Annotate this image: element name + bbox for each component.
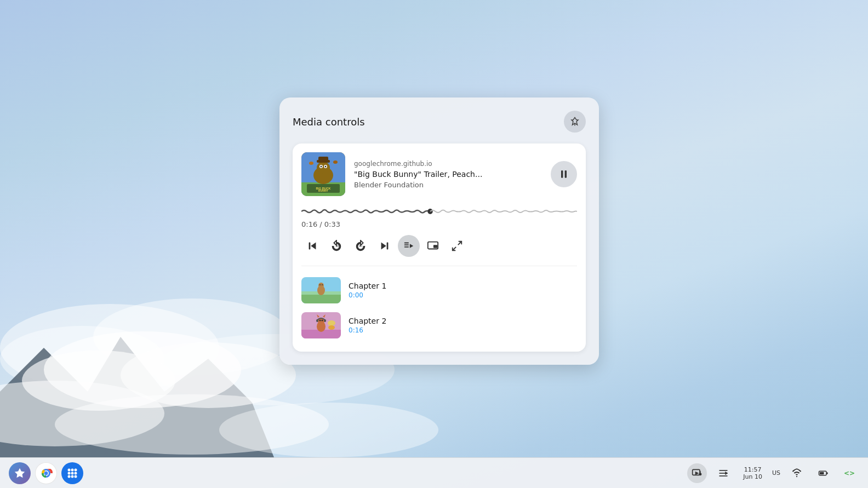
region-text: US xyxy=(772,469,780,476)
svg-rect-86 xyxy=(820,472,824,474)
controls-row: 10 10 xyxy=(301,235,577,257)
skip-to-start-button[interactable] xyxy=(301,235,323,257)
playlist-button[interactable] xyxy=(398,235,420,257)
media-card: BIG BUCK BUNNY googlechrome.github.io "B… xyxy=(293,143,586,352)
chapter-list: Chapter 1 0:00 xyxy=(301,266,577,343)
svg-marker-77 xyxy=(695,471,699,475)
progress-container[interactable]: 0:16 / 0:33 xyxy=(301,205,577,228)
svg-point-15 xyxy=(317,162,330,174)
chapter-1-time: 0:00 xyxy=(349,291,577,299)
pin-button[interactable] xyxy=(564,111,586,133)
time-display: 0:16 / 0:33 xyxy=(301,220,577,228)
next-button[interactable] xyxy=(374,235,396,257)
svg-point-71 xyxy=(71,472,74,474)
battery-icon[interactable] xyxy=(813,463,833,483)
media-thumbnail: BIG BUCK BUNNY xyxy=(301,152,345,196)
dev-icon-text: <> xyxy=(844,469,855,477)
chapter-2-image xyxy=(301,312,341,338)
skip-start-icon xyxy=(306,240,318,252)
chapter-1-image xyxy=(301,277,341,303)
media-info-row: BIG BUCK BUNNY googlechrome.github.io "B… xyxy=(301,152,577,196)
svg-rect-31 xyxy=(309,243,311,250)
assistant-app-icon[interactable] xyxy=(9,462,31,484)
media-source: googlechrome.github.io xyxy=(354,160,542,168)
forward-10-button[interactable]: 10 xyxy=(350,235,372,257)
battery-level-icon xyxy=(818,468,828,478)
pip-button[interactable] xyxy=(422,235,444,257)
svg-point-49 xyxy=(319,284,321,285)
media-artist: Blender Foundation xyxy=(354,181,542,189)
svg-text:10: 10 xyxy=(359,244,362,248)
chrome-app-icon[interactable] xyxy=(35,462,57,484)
pause-button[interactable] xyxy=(551,161,577,187)
svg-point-25 xyxy=(309,162,313,165)
developer-mode-icon[interactable]: <> xyxy=(840,463,859,483)
svg-line-42 xyxy=(458,242,461,245)
svg-marker-34 xyxy=(381,243,386,250)
svg-line-43 xyxy=(453,247,456,250)
chapter-1-info: Chapter 1 0:00 xyxy=(349,282,577,299)
svg-rect-57 xyxy=(316,319,318,322)
svg-point-70 xyxy=(68,472,71,474)
media-panel-title: Media controls xyxy=(293,116,365,128)
assistant-icon xyxy=(14,467,26,479)
launcher-app-icon[interactable] xyxy=(61,462,83,484)
pause-icon xyxy=(558,169,569,180)
pip-icon xyxy=(427,240,439,252)
svg-text:10: 10 xyxy=(335,244,339,248)
svg-point-10 xyxy=(219,403,438,457)
svg-rect-38 xyxy=(404,246,409,248)
svg-point-84 xyxy=(796,475,797,476)
date-time-display[interactable]: 11:57 Jun 10 xyxy=(740,465,766,481)
svg-marker-63 xyxy=(15,468,25,477)
svg-rect-37 xyxy=(404,244,409,245)
taskbar: 11:57 Jun 10 US xyxy=(0,457,868,488)
svg-point-66 xyxy=(44,471,48,475)
fullscreen-icon xyxy=(451,240,463,252)
notifications-icon xyxy=(718,468,729,479)
grid-icon xyxy=(67,468,78,479)
svg-marker-30 xyxy=(311,243,316,250)
media-panel-header: Media controls xyxy=(293,111,586,133)
taskbar-right: 11:57 Jun 10 US xyxy=(687,463,859,483)
region-indicator: US xyxy=(772,469,780,476)
pin-icon xyxy=(570,117,580,127)
playlist-icon xyxy=(403,240,415,252)
svg-point-26 xyxy=(333,160,338,164)
chapter-1-item[interactable]: Chapter 1 0:00 xyxy=(301,273,577,308)
rewind-icon: 10 xyxy=(330,240,342,252)
taskbar-left xyxy=(9,462,83,484)
svg-rect-21 xyxy=(318,157,328,161)
svg-text:BUNNY: BUNNY xyxy=(318,189,328,192)
rewind-10-button[interactable]: 10 xyxy=(326,235,347,257)
svg-point-62 xyxy=(322,320,323,321)
chapter-2-thumbnail xyxy=(301,312,341,338)
chapter-2-time: 0:16 xyxy=(349,326,577,334)
waveform xyxy=(301,205,577,218)
svg-point-74 xyxy=(71,475,74,478)
media-controls-tray-icon[interactable] xyxy=(687,463,707,483)
svg-point-75 xyxy=(75,475,77,478)
svg-rect-36 xyxy=(404,243,409,244)
svg-rect-41 xyxy=(433,245,437,248)
media-details: googlechrome.github.io "Big Buck Bunny" … xyxy=(354,160,542,189)
wifi-icon[interactable] xyxy=(787,463,807,483)
svg-point-48 xyxy=(318,283,324,288)
media-tray-icon xyxy=(692,468,703,479)
svg-point-72 xyxy=(75,472,77,474)
desktop: Media controls xyxy=(0,0,868,488)
wifi-signal-icon xyxy=(792,468,802,478)
svg-point-67 xyxy=(68,468,71,471)
chrome-icon xyxy=(38,466,54,481)
fullscreen-button[interactable] xyxy=(446,235,468,257)
media-title: "Big Buck Bunny" Trailer, Peach... xyxy=(354,170,542,179)
notifications-tray-icon[interactable] xyxy=(713,463,733,483)
next-icon xyxy=(379,240,391,252)
svg-point-69 xyxy=(75,468,77,471)
svg-rect-28 xyxy=(565,170,567,177)
svg-point-59 xyxy=(328,320,335,326)
svg-rect-27 xyxy=(561,170,563,177)
bbb-poster-image: BIG BUCK BUNNY xyxy=(301,152,345,196)
chapter-1-name: Chapter 1 xyxy=(349,282,577,290)
chapter-2-item[interactable]: Chapter 2 0:16 xyxy=(301,308,577,343)
